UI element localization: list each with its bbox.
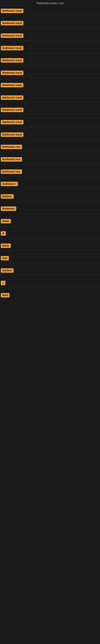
- bottleneck-result-badge[interactable]: Bottleneck resu: [1, 157, 22, 162]
- result-row: Bottleneck resu: [0, 152, 100, 164]
- bottleneck-result-badge[interactable]: B: [1, 231, 6, 236]
- bottleneck-result-badge[interactable]: Bottleneck resu: [1, 170, 22, 174]
- result-row: Bottleneck result: [0, 53, 100, 65]
- bottleneck-result-badge[interactable]: Bottleneck result: [1, 83, 23, 87]
- result-row: Bottleneck result: [0, 6, 100, 16]
- bottleneck-result-badge[interactable]: Bottleneck: [1, 206, 16, 211]
- result-row: Bottleneck result: [0, 40, 100, 53]
- result-row: Bottleneck result: [0, 127, 100, 140]
- result-row: Bottleneck result: [0, 28, 100, 40]
- bottleneck-result-badge[interactable]: Bottlene: [1, 194, 14, 199]
- bottleneck-result-badge[interactable]: s: [1, 281, 5, 285]
- bottleneck-result-badge[interactable]: Bottleneck result: [1, 46, 23, 50]
- result-row: Bottle: [0, 214, 100, 226]
- result-row: Bottleneck result: [0, 102, 100, 115]
- result-row: Bottle: [0, 238, 100, 250]
- result-row: Bott: [0, 250, 100, 263]
- result-row: Bottleneck result: [0, 78, 100, 90]
- bottleneck-result-badge[interactable]: Bottleneck result: [1, 34, 23, 38]
- bottleneck-result-badge[interactable]: Bottleneck result: [1, 58, 23, 62]
- result-row: B: [0, 226, 100, 238]
- bottleneck-result-badge[interactable]: Bottleneck result: [1, 120, 23, 124]
- result-row: Bottleneck result: [0, 16, 100, 28]
- bottleneck-result-badge[interactable]: Bottleneck result: [1, 21, 23, 25]
- result-row: Bottl: [0, 288, 100, 300]
- result-row: Bottleneck resu: [0, 164, 100, 176]
- bottleneck-result-badge[interactable]: Bottleneck r: [1, 182, 18, 186]
- result-row: Bottleneck result: [0, 90, 100, 102]
- bottleneck-result-badge[interactable]: Bott: [1, 256, 9, 260]
- bottleneck-result-badge[interactable]: Bottleneck result: [1, 132, 23, 137]
- site-title: TheBottlenecker.com: [0, 0, 100, 6]
- result-row: Bottleneck resu: [0, 140, 100, 152]
- bottleneck-result-badge[interactable]: Bottle: [1, 219, 11, 224]
- result-row: s: [0, 275, 100, 288]
- results-container: Bottleneck resultBottleneck resultBottle…: [0, 6, 100, 300]
- result-row: Bottleneck result: [0, 115, 100, 127]
- site-header: TheBottlenecker.com: [0, 0, 100, 6]
- result-row: Bottleneck result: [0, 65, 100, 78]
- bottleneck-result-badge[interactable]: Bottleneck result: [1, 71, 23, 75]
- bottleneck-result-badge[interactable]: Bottle: [1, 244, 11, 248]
- bottleneck-result-badge[interactable]: Bottleneck result: [1, 9, 23, 13]
- bottleneck-result-badge[interactable]: Bottleneck result: [1, 96, 23, 100]
- bottleneck-result-badge[interactable]: Bottleneck result: [1, 108, 23, 112]
- result-row: Bottlene: [0, 189, 100, 201]
- bottleneck-result-badge[interactable]: Bottl: [1, 293, 9, 298]
- result-row: Bottleneck: [0, 201, 100, 214]
- bottleneck-result-badge[interactable]: Bottlens: [1, 268, 14, 273]
- result-row: Bottlens: [0, 263, 100, 275]
- result-row: Bottleneck r: [0, 176, 100, 189]
- bottleneck-result-badge[interactable]: Bottleneck resu: [1, 145, 22, 149]
